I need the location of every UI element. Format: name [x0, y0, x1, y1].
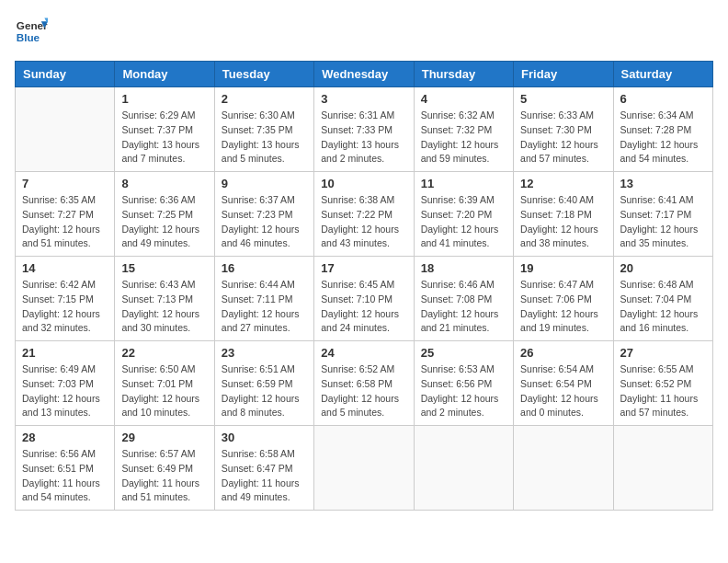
- svg-text:General: General: [17, 19, 48, 31]
- calendar-cell: 18Sunrise: 6:46 AM Sunset: 7:08 PM Dayli…: [414, 257, 513, 341]
- day-info: Sunrise: 6:45 AM Sunset: 7:10 PM Dayligh…: [321, 278, 406, 336]
- calendar-cell: 5Sunrise: 6:33 AM Sunset: 7:30 PM Daylig…: [514, 87, 613, 172]
- day-info: Sunrise: 6:41 AM Sunset: 7:17 PM Dayligh…: [620, 193, 706, 251]
- day-info: Sunrise: 6:39 AM Sunset: 7:20 PM Dayligh…: [421, 193, 506, 251]
- day-info: Sunrise: 6:30 AM Sunset: 7:35 PM Dayligh…: [222, 109, 307, 167]
- day-number: 9: [222, 177, 307, 190]
- day-number: 3: [321, 92, 406, 106]
- day-info: Sunrise: 6:54 AM Sunset: 6:54 PM Dayligh…: [520, 362, 606, 420]
- calendar-cell: 30Sunrise: 6:58 AM Sunset: 6:47 PM Dayli…: [214, 426, 313, 511]
- calendar-cell: 4Sunrise: 6:32 AM Sunset: 7:32 PM Daylig…: [414, 87, 513, 172]
- calendar-cell: 24Sunrise: 6:52 AM Sunset: 6:58 PM Dayli…: [314, 341, 414, 426]
- calendar-cell: 8Sunrise: 6:36 AM Sunset: 7:25 PM Daylig…: [115, 172, 214, 257]
- day-info: Sunrise: 6:49 AM Sunset: 7:03 PM Dayligh…: [22, 362, 108, 420]
- day-number: 30: [222, 431, 307, 444]
- calendar-week-3: 14Sunrise: 6:42 AM Sunset: 7:15 PM Dayli…: [16, 257, 713, 341]
- day-number: 15: [121, 261, 207, 275]
- calendar-cell: 29Sunrise: 6:57 AM Sunset: 6:49 PM Dayli…: [115, 426, 214, 511]
- weekday-header-thursday: Thursday: [414, 62, 513, 87]
- day-info: Sunrise: 6:35 AM Sunset: 7:27 PM Dayligh…: [22, 193, 108, 251]
- day-number: 29: [121, 431, 207, 444]
- day-number: 17: [321, 261, 406, 275]
- calendar-cell: [16, 87, 115, 172]
- calendar-table: SundayMondayTuesdayWednesdayThursdayFrid…: [15, 61, 713, 511]
- calendar-cell: 19Sunrise: 6:47 AM Sunset: 7:06 PM Dayli…: [514, 257, 613, 341]
- day-number: 18: [421, 261, 506, 275]
- calendar-cell: 27Sunrise: 6:55 AM Sunset: 6:52 PM Dayli…: [613, 341, 712, 426]
- day-info: Sunrise: 6:50 AM Sunset: 7:01 PM Dayligh…: [121, 362, 207, 420]
- day-info: Sunrise: 6:57 AM Sunset: 6:49 PM Dayligh…: [121, 447, 207, 505]
- day-number: 28: [22, 431, 108, 444]
- day-number: 22: [121, 346, 207, 360]
- day-info: Sunrise: 6:52 AM Sunset: 6:58 PM Dayligh…: [321, 362, 406, 420]
- calendar-cell: 28Sunrise: 6:56 AM Sunset: 6:51 PM Dayli…: [16, 426, 115, 511]
- day-info: Sunrise: 6:40 AM Sunset: 7:18 PM Dayligh…: [520, 193, 606, 251]
- day-number: 10: [321, 177, 406, 190]
- day-number: 2: [222, 92, 307, 106]
- calendar-cell: 11Sunrise: 6:39 AM Sunset: 7:20 PM Dayli…: [414, 172, 513, 257]
- calendar-cell: 25Sunrise: 6:53 AM Sunset: 6:56 PM Dayli…: [414, 341, 513, 426]
- day-number: 14: [22, 261, 108, 275]
- day-number: 13: [620, 177, 706, 190]
- calendar-cell: 6Sunrise: 6:34 AM Sunset: 7:28 PM Daylig…: [613, 87, 712, 172]
- day-number: 24: [321, 346, 406, 360]
- calendar-week-1: 1Sunrise: 6:29 AM Sunset: 7:37 PM Daylig…: [16, 87, 713, 172]
- day-number: 1: [121, 92, 207, 106]
- calendar-cell: 9Sunrise: 6:37 AM Sunset: 7:23 PM Daylig…: [214, 172, 313, 257]
- day-info: Sunrise: 6:58 AM Sunset: 6:47 PM Dayligh…: [222, 447, 307, 505]
- day-number: 8: [121, 177, 207, 190]
- day-number: 12: [520, 177, 606, 190]
- day-number: 23: [222, 346, 307, 360]
- day-info: Sunrise: 6:53 AM Sunset: 6:56 PM Dayligh…: [421, 362, 506, 420]
- day-info: Sunrise: 6:56 AM Sunset: 6:51 PM Dayligh…: [22, 447, 108, 505]
- day-number: 11: [421, 177, 506, 190]
- calendar-cell: [613, 426, 712, 511]
- calendar-cell: 21Sunrise: 6:49 AM Sunset: 7:03 PM Dayli…: [16, 341, 115, 426]
- day-number: 19: [520, 261, 606, 275]
- calendar-cell: [514, 426, 613, 511]
- day-info: Sunrise: 6:48 AM Sunset: 7:04 PM Dayligh…: [620, 278, 706, 336]
- day-number: 6: [620, 92, 706, 106]
- weekday-header-tuesday: Tuesday: [214, 62, 313, 87]
- day-info: Sunrise: 6:37 AM Sunset: 7:23 PM Dayligh…: [222, 193, 307, 251]
- calendar-week-5: 28Sunrise: 6:56 AM Sunset: 6:51 PM Dayli…: [16, 426, 713, 511]
- svg-text:Blue: Blue: [17, 31, 40, 43]
- calendar-cell: 13Sunrise: 6:41 AM Sunset: 7:17 PM Dayli…: [613, 172, 712, 257]
- day-number: 16: [222, 261, 307, 275]
- day-info: Sunrise: 6:51 AM Sunset: 6:59 PM Dayligh…: [222, 362, 307, 420]
- calendar-cell: 3Sunrise: 6:31 AM Sunset: 7:33 PM Daylig…: [314, 87, 414, 172]
- weekday-header-friday: Friday: [514, 62, 613, 87]
- weekday-header-wednesday: Wednesday: [314, 62, 414, 87]
- weekday-header-sunday: Sunday: [16, 62, 115, 87]
- calendar-week-2: 7Sunrise: 6:35 AM Sunset: 7:27 PM Daylig…: [16, 172, 713, 257]
- page-header: General Blue: [15, 15, 713, 48]
- calendar-cell: 20Sunrise: 6:48 AM Sunset: 7:04 PM Dayli…: [613, 257, 712, 341]
- day-info: Sunrise: 6:33 AM Sunset: 7:30 PM Dayligh…: [520, 109, 606, 167]
- calendar-cell: [414, 426, 513, 511]
- day-info: Sunrise: 6:46 AM Sunset: 7:08 PM Dayligh…: [421, 278, 506, 336]
- day-info: Sunrise: 6:44 AM Sunset: 7:11 PM Dayligh…: [222, 278, 307, 336]
- day-info: Sunrise: 6:32 AM Sunset: 7:32 PM Dayligh…: [421, 109, 506, 167]
- calendar-cell: 10Sunrise: 6:38 AM Sunset: 7:22 PM Dayli…: [314, 172, 414, 257]
- calendar-cell: 26Sunrise: 6:54 AM Sunset: 6:54 PM Dayli…: [514, 341, 613, 426]
- calendar-cell: [314, 426, 414, 511]
- calendar-cell: 2Sunrise: 6:30 AM Sunset: 7:35 PM Daylig…: [214, 87, 313, 172]
- calendar-cell: 23Sunrise: 6:51 AM Sunset: 6:59 PM Dayli…: [214, 341, 313, 426]
- day-info: Sunrise: 6:55 AM Sunset: 6:52 PM Dayligh…: [620, 362, 706, 420]
- calendar-cell: 17Sunrise: 6:45 AM Sunset: 7:10 PM Dayli…: [314, 257, 414, 341]
- day-number: 4: [421, 92, 506, 106]
- day-info: Sunrise: 6:38 AM Sunset: 7:22 PM Dayligh…: [321, 193, 406, 251]
- day-number: 21: [22, 346, 108, 360]
- calendar-week-4: 21Sunrise: 6:49 AM Sunset: 7:03 PM Dayli…: [16, 341, 713, 426]
- calendar-cell: 7Sunrise: 6:35 AM Sunset: 7:27 PM Daylig…: [16, 172, 115, 257]
- day-number: 26: [520, 346, 606, 360]
- logo: General Blue: [15, 15, 51, 48]
- calendar-cell: 12Sunrise: 6:40 AM Sunset: 7:18 PM Dayli…: [514, 172, 613, 257]
- day-info: Sunrise: 6:42 AM Sunset: 7:15 PM Dayligh…: [22, 278, 108, 336]
- calendar-header-row: SundayMondayTuesdayWednesdayThursdayFrid…: [16, 62, 713, 87]
- day-number: 7: [22, 177, 108, 190]
- day-info: Sunrise: 6:47 AM Sunset: 7:06 PM Dayligh…: [520, 278, 606, 336]
- calendar-cell: 14Sunrise: 6:42 AM Sunset: 7:15 PM Dayli…: [16, 257, 115, 341]
- calendar-cell: 1Sunrise: 6:29 AM Sunset: 7:37 PM Daylig…: [115, 87, 214, 172]
- day-info: Sunrise: 6:43 AM Sunset: 7:13 PM Dayligh…: [121, 278, 207, 336]
